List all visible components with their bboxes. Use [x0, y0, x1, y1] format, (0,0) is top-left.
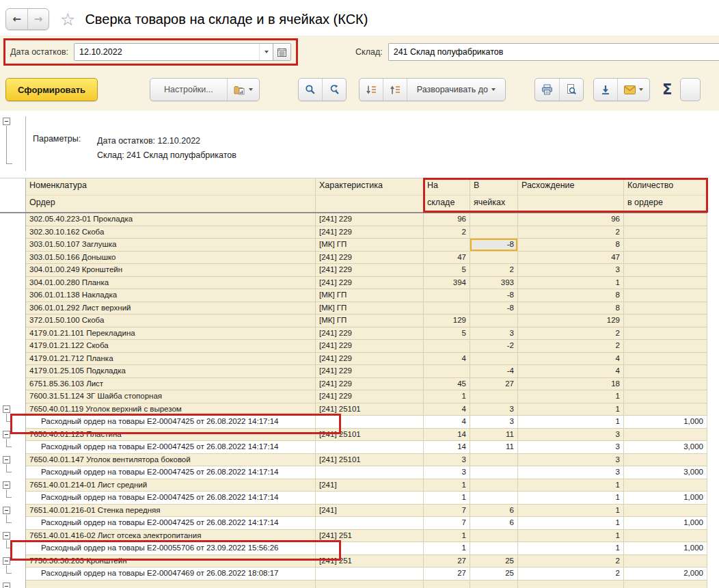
- cell-nomenclature[interactable]: 306.01.01.138 Накладка: [26, 289, 316, 302]
- cell-cells[interactable]: 11: [470, 429, 518, 442]
- cell-discrepancy[interactable]: 3: [518, 264, 624, 277]
- cell-discrepancy[interactable]: 1: [518, 390, 624, 403]
- cell-order-qty[interactable]: [624, 239, 707, 252]
- cell-nomenclature[interactable]: 306.01.01.292 Лист верхний: [26, 302, 316, 315]
- cell-discrepancy[interactable]: 1: [518, 542, 624, 555]
- cell-cells[interactable]: 27: [470, 378, 518, 391]
- cell-stock[interactable]: 1: [424, 390, 470, 403]
- cell-characteristic[interactable]: [241] 251: [316, 530, 424, 543]
- cell-order-qty[interactable]: 1,000: [624, 492, 707, 505]
- cell-order-qty[interactable]: [624, 365, 707, 378]
- generate-button[interactable]: Сформировать: [5, 78, 98, 101]
- table-row[interactable]: 372.01.50.100 Скоба [МК] ГП 129 129: [0, 315, 707, 328]
- collapse-group-toggle[interactable]: [3, 557, 10, 565]
- cell-cells[interactable]: [470, 252, 518, 265]
- back-button[interactable]: ←: [6, 9, 27, 29]
- cell-characteristic[interactable]: [316, 542, 424, 555]
- cell-characteristic[interactable]: [241] 229: [316, 378, 424, 391]
- cell-characteristic[interactable]: [241] 229: [316, 353, 424, 366]
- print-preview-button[interactable]: [560, 79, 583, 101]
- collapse-group-toggle[interactable]: [3, 532, 10, 539]
- header-cells[interactable]: В ячейках: [470, 178, 518, 212]
- table-row[interactable]: Расходный ордер на товары Е2-00047425 от…: [0, 466, 707, 479]
- cell-cells[interactable]: 3: [470, 416, 518, 429]
- cell-discrepancy[interactable]: 129: [518, 315, 624, 328]
- cell-stock[interactable]: 3: [424, 466, 470, 479]
- header-stock[interactable]: На складе: [424, 178, 470, 212]
- forward-button[interactable]: →: [27, 9, 49, 29]
- cell-characteristic[interactable]: [241] 229: [316, 340, 424, 353]
- cell-stock[interactable]: 2: [424, 226, 470, 239]
- cell-nomenclature[interactable]: 4179.01.21.122 Скоба: [26, 340, 316, 353]
- cell-order-qty[interactable]: 1,000: [624, 542, 707, 555]
- cell-order-qty[interactable]: [624, 429, 707, 442]
- table-row[interactable]: 4179.01.21.101 Перекладина [241] 229 5 3…: [0, 328, 707, 340]
- header-order-qty[interactable]: Количество в ордере: [624, 178, 707, 212]
- cell-nomenclature[interactable]: Расходный ордер на товары Е2-00055706 от…: [26, 542, 316, 555]
- cell-nomenclature[interactable]: 7750.36.36.203 Кронштейн: [26, 555, 316, 568]
- cell-discrepancy[interactable]: 4: [518, 353, 624, 366]
- cell-nomenclature[interactable]: Расходный ордер на товары Е2-00047425 от…: [26, 441, 316, 454]
- cell-order-qty[interactable]: [624, 277, 707, 290]
- cell-discrepancy[interactable]: 2: [518, 226, 624, 239]
- collapse-group-toggle[interactable]: [3, 405, 10, 413]
- cell-characteristic[interactable]: [316, 517, 424, 530]
- cell-stock[interactable]: [424, 239, 470, 252]
- collapse-group-toggle[interactable]: [3, 456, 10, 464]
- cell-discrepancy[interactable]: 1: [518, 403, 624, 416]
- cell-nomenclature[interactable]: Расходный ордер на товары Е2-00047425 от…: [26, 517, 316, 530]
- cell-discrepancy[interactable]: 1: [518, 505, 624, 518]
- cell-discrepancy[interactable]: 96: [518, 213, 624, 226]
- cell-order-qty[interactable]: [624, 328, 707, 340]
- cell-stock[interactable]: 394: [424, 277, 470, 290]
- cell-characteristic[interactable]: [241] 229: [316, 390, 424, 403]
- date-input[interactable]: [74, 44, 259, 60]
- cell-order-qty[interactable]: [624, 302, 707, 315]
- cell-characteristic[interactable]: [241] 251: [316, 555, 424, 568]
- table-row[interactable]: Расходный ордер на товары Е2-00047425 от…: [0, 416, 707, 429]
- cell-characteristic[interactable]: [241] 229: [316, 328, 424, 340]
- cell-stock[interactable]: 5: [424, 264, 470, 277]
- cell-discrepancy[interactable]: 8: [518, 289, 624, 302]
- cell-characteristic[interactable]: [МК] ГП: [316, 289, 424, 302]
- cell-cells[interactable]: 6: [470, 517, 518, 530]
- cell-nomenclature[interactable]: 7651.40.01.416-02 Лист отсека электропит…: [26, 530, 316, 543]
- cell-stock[interactable]: 27: [424, 567, 470, 580]
- cell-cells[interactable]: 2: [470, 264, 518, 277]
- cell-characteristic[interactable]: [316, 441, 424, 454]
- cell-nomenclature[interactable]: 302.30.10.162 Скоба: [26, 226, 316, 239]
- cell-nomenclature[interactable]: [26, 580, 316, 588]
- cell-cells[interactable]: [470, 479, 518, 492]
- cell-characteristic[interactable]: [241] 229: [316, 277, 424, 290]
- cell-stock[interactable]: 96: [424, 213, 470, 226]
- cell-order-qty[interactable]: [624, 555, 707, 568]
- table-row[interactable]: 306.01.01.292 Лист верхний [МК] ГП -8 8: [0, 302, 707, 315]
- cell-nomenclature[interactable]: 7650.40.01.147 Уголок вентилятора боково…: [26, 454, 316, 467]
- cell-stock[interactable]: 3: [424, 454, 470, 467]
- table-row[interactable]: 7750.36.36.203 Кронштейн [241] 251 27 25…: [0, 555, 707, 568]
- expand-all-button[interactable]: [383, 79, 407, 101]
- cell-stock[interactable]: 1: [424, 479, 470, 492]
- print-button[interactable]: [535, 79, 560, 101]
- table-row[interactable]: 4179.01.21.712 Планка [241] 229 4 4: [0, 353, 707, 366]
- cell-order-qty[interactable]: [624, 454, 707, 467]
- table-row[interactable]: 302.05.40.223-01 Прокладка [241] 229 96 …: [0, 213, 707, 226]
- cell-stock[interactable]: 4: [424, 353, 470, 366]
- header-discrepancy[interactable]: Расхождение: [518, 178, 624, 212]
- cell-order-qty[interactable]: 1,000: [624, 517, 707, 530]
- cell-order-qty[interactable]: [624, 530, 707, 543]
- cell-discrepancy[interactable]: 4: [518, 365, 624, 378]
- cell-cells[interactable]: [470, 390, 518, 403]
- cell-nomenclature[interactable]: 4179.01.25.105 Подкладка: [26, 365, 316, 378]
- collapse-all-button[interactable]: [360, 79, 383, 101]
- cell-discrepancy[interactable]: 3: [518, 454, 624, 467]
- cell-characteristic[interactable]: [МК] ГП: [316, 315, 424, 328]
- cell-nomenclature[interactable]: 4179.01.21.101 Перекладина: [26, 328, 316, 340]
- table-row[interactable]: 304.01.00.249 Кронштейн [241] 229 5 2 3: [0, 264, 707, 277]
- table-row[interactable]: Расходный ордер на товары Е2-00047425 от…: [0, 441, 707, 454]
- table-row[interactable]: 7600.31.51.124 ЗГ Шайба стопорная [241] …: [0, 390, 707, 403]
- cell-discrepancy[interactable]: 2: [518, 567, 624, 580]
- cell-characteristic[interactable]: [241] 229: [316, 226, 424, 239]
- favorite-star-icon[interactable]: ☆: [60, 11, 75, 28]
- cell-order-qty[interactable]: 2,000: [624, 567, 707, 580]
